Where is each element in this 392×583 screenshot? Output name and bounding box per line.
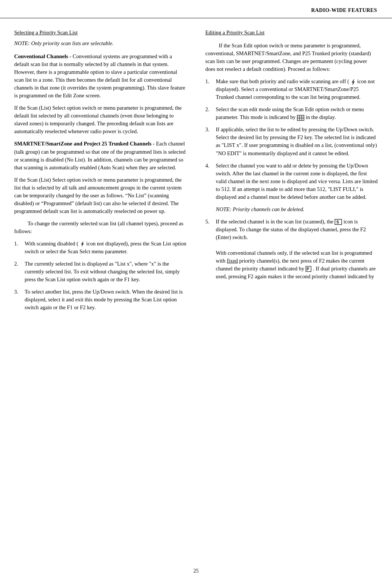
list-num-3: 3. [14,288,22,311]
right-list-content-3: If applicable, select the list to be edi… [216,126,378,157]
channel-icon: S [335,219,342,225]
right-list-content-5: If the selected channel is in the scan l… [216,218,378,280]
right-list-num-4: 4. [206,162,214,201]
page-body: Selecting a Priority Scan List NOTE: Onl… [0,18,392,330]
list-item: 1. With scanning disabled ( icon not dis… [14,240,187,256]
p-icon: P [305,266,311,272]
list-item: 5. If the selected channel is in the sca… [206,218,378,280]
lightning-icon-2 [351,79,356,85]
right-list-content-4: Select the channel you want to add or de… [216,162,378,201]
page-number: 25 [194,568,199,574]
note-priority-text: NOTE: Priority channels can be deleted. [216,206,305,212]
svg-marker-1 [352,79,354,85]
note-priority: NOTE: Priority channels can be deleted. [216,206,378,213]
svg-text:S: S [336,220,339,224]
header-title: RADIO-WIDE FEATURES [311,7,377,13]
fixed-text: fixed [227,258,238,264]
svg-text:P: P [307,267,309,271]
list-item: 2. Select the scan edit mode using the S… [206,106,378,121]
right-list-num-3: 3. [206,126,214,157]
conventional-text: Conventional systems are programmed with… [14,53,185,98]
conventional-para: Conventional Channels - Conventional sys… [14,53,187,100]
page-header: RADIO-WIDE FEATURES [0,0,392,18]
list-content-2: The currently selected list is displayed… [25,260,187,283]
page-footer: 25 [0,567,392,575]
svg-rect-2 [297,115,304,120]
list-item: 1. Make sure that both priority and radi… [206,78,378,101]
right-list-num-1: 1. [206,78,214,101]
note-italic: NOTE: Only priority scan lists are selec… [14,40,187,47]
section1-heading: Selecting a Priority Scan List [14,29,187,37]
right-list-num-5: 5. [206,218,214,280]
list-item: 4. Select the channel you want to add or… [206,162,378,201]
grid-icon [297,115,304,121]
list-content-1: With scanning disabled ( icon not displa… [25,240,187,256]
list-num-1: 1. [14,240,22,256]
svg-marker-0 [81,242,83,246]
section2-heading: Editing a Priority Scan List [206,29,378,37]
list-content-3: To select another list, press the Up/Dow… [25,288,187,311]
list-num-2: 2. [14,260,22,283]
smartnet-bold: SMARTNET/SmartZone and Project 25 Trunke… [14,141,155,147]
right-list-content-1: Make sure that both priority and radio w… [216,78,378,101]
scan-list-para1: If the Scan (List) Select option switch … [14,104,187,135]
smartnet-para: SMARTNET/SmartZone and Project 25 Trunke… [14,140,187,171]
conventional-bold: Conventional Channels - [14,53,71,59]
right-column: Editing a Priority Scan List If the Scan… [202,29,378,316]
change-para: To change the currently selected scan li… [14,220,187,235]
scan-list-para2: If the Scan (List) Select option switch … [14,176,187,215]
list-item: 3. To select another list, press the Up/… [14,288,187,311]
left-column: Selecting a Priority Scan List NOTE: Onl… [14,29,191,316]
lightning-icon [80,241,85,247]
intro-para: If the Scan Edit option switch or menu p… [206,42,378,73]
right-list-num-2: 2. [206,106,214,121]
list-item: 3. If applicable, select the list to be … [206,126,378,157]
list-item: 2. The currently selected list is displa… [14,260,187,283]
right-list-content-2: Select the scan edit mode using the Scan… [216,106,378,121]
